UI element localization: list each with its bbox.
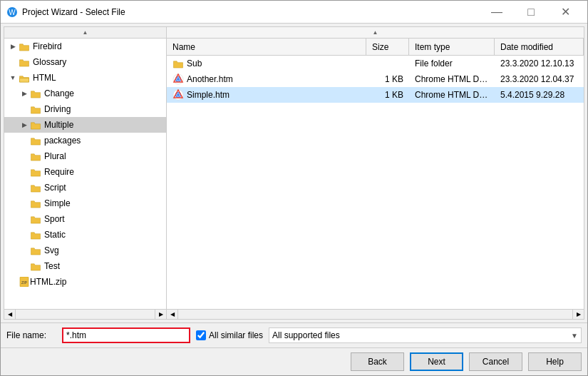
tree-item-plural[interactable]: Plural (4, 148, 166, 164)
file-row-simple[interactable]: Simple.htm 1 KB Chrome HTML Do... 5.4.20… (167, 87, 584, 103)
scroll-up-area: ▲ (4, 27, 166, 39)
spacer (19, 182, 30, 193)
tree-item-sport[interactable]: Sport (4, 211, 166, 227)
spacer (7, 56, 19, 68)
col-header-type[interactable]: Item type (409, 39, 495, 55)
file-type-simple: Chrome HTML Do... (409, 90, 495, 100)
folder-icon-open (19, 73, 30, 83)
folder-icon (19, 58, 30, 67)
filename-label: File name: (6, 330, 56, 340)
left-panel: ▲ ▶ Firebird Glossary (4, 27, 167, 319)
file-list[interactable]: Sub File folder 23.3.2020 12.10.13 (167, 56, 584, 309)
spacer (19, 166, 30, 178)
main-window: W Project Wizard - Select File — □ ✕ ▲ ▶ (0, 0, 588, 376)
tree-item-firebird[interactable]: ▶ Firebird (4, 39, 166, 54)
spacer (19, 229, 30, 240)
tree-item-static[interactable]: Static (4, 227, 166, 243)
scroll-track[interactable] (16, 310, 155, 319)
file-type-another: Chrome HTML Do... (409, 74, 495, 84)
folder-icon (30, 105, 41, 114)
title-bar: W Project Wizard - Select File — □ ✕ (1, 1, 587, 24)
file-size-simple: 1 KB (366, 90, 409, 100)
title-controls: — □ ✕ (480, 1, 582, 23)
scroll-track[interactable] (178, 310, 572, 319)
file-date-sub: 23.3.2020 12.10.13 (495, 59, 584, 68)
chevron-icon: ▼ (7, 72, 19, 83)
scroll-right-button[interactable]: ▶ (155, 310, 166, 319)
tree-label: Require (44, 167, 74, 177)
tree-item-htmlzip[interactable]: ZIP HTML.zip (4, 274, 166, 290)
tree-label: Simple (44, 198, 71, 208)
col-header-name[interactable]: Name (167, 39, 366, 55)
spacer (19, 260, 30, 272)
tree-label: Sport (44, 214, 65, 224)
tree-item-svg[interactable]: Svg (4, 243, 166, 258)
all-similar-checkbox[interactable] (196, 330, 206, 340)
file-row-sub[interactable]: Sub File folder 23.3.2020 12.10.13 (167, 56, 584, 71)
tree-item-simple[interactable]: Simple (4, 195, 166, 211)
folder-icon (30, 262, 41, 271)
back-button[interactable]: Back (351, 352, 404, 371)
spacer (19, 213, 30, 225)
tree-item-script[interactable]: Script (4, 180, 166, 195)
scroll-left-button[interactable]: ◀ (4, 310, 16, 319)
sort-up-area: ▲ (167, 27, 584, 39)
scroll-right-button[interactable]: ▶ (572, 310, 584, 319)
tree-label: HTML.zip (30, 277, 66, 287)
svg-text:W: W (9, 9, 16, 16)
filename-row: File name: All similar files All support… (1, 322, 587, 347)
tree-label: Plural (44, 151, 66, 161)
file-date-simple: 5.4.2015 9.29.28 (495, 90, 584, 100)
filelist-horizontal-scrollbar[interactable]: ◀ ▶ (167, 309, 584, 319)
tree-label: Script (44, 183, 66, 193)
folder-icon (30, 246, 41, 255)
help-button[interactable]: Help (528, 352, 582, 371)
tree-item-change[interactable]: ▶ Change (4, 86, 166, 101)
tree-label: Multiple (44, 120, 73, 130)
folder-icon (30, 121, 41, 130)
file-row-another[interactable]: Another.htm 1 KB Chrome HTML Do... 23.3.… (167, 71, 584, 87)
dropdown-arrow-icon: ▼ (571, 332, 578, 340)
col-header-size[interactable]: Size (366, 39, 409, 55)
chevron-icon: ▶ (7, 41, 19, 52)
tree-horizontal-scrollbar[interactable]: ◀ ▶ (4, 309, 166, 319)
up-arrow-icon: ▲ (373, 29, 378, 36)
tree-label: Driving (44, 104, 71, 114)
minimize-button[interactable]: — (480, 1, 513, 23)
tree-item-html[interactable]: ▼ HTML (4, 70, 166, 86)
next-button[interactable]: Next (410, 352, 463, 371)
file-name-simple: Simple.htm (167, 89, 366, 101)
tree-item-glossary[interactable]: Glossary (4, 54, 166, 70)
right-panel: ▲ Name Size Item type Date modified Sub (167, 27, 584, 319)
svg-point-11 (177, 93, 180, 96)
tree-scroll[interactable]: ▲ ▶ Firebird Glossary (4, 27, 166, 309)
tree-label: Firebird (33, 41, 62, 51)
spacer (19, 151, 30, 162)
tree-item-test[interactable]: Test (4, 258, 166, 274)
filename-input[interactable] (62, 327, 190, 343)
tree-label: Change (44, 88, 74, 98)
scroll-left-button[interactable]: ◀ (167, 310, 178, 319)
file-list-header: Name Size Item type Date modified (167, 39, 584, 56)
tree-item-packages[interactable]: packages (4, 133, 166, 148)
chevron-icon: ▶ (19, 88, 30, 99)
chrome-icon (172, 89, 184, 101)
cancel-button[interactable]: Cancel (469, 352, 522, 371)
tree-item-require[interactable]: Require (4, 164, 166, 180)
chevron-icon: ▶ (19, 119, 30, 131)
folder-icon (30, 152, 41, 161)
maximize-button[interactable]: □ (515, 1, 547, 23)
tree-item-multiple[interactable]: ▶ Multiple (4, 117, 166, 133)
tree-label: Glossary (33, 57, 66, 67)
filetype-dropdown[interactable]: All supported files ▼ (269, 327, 582, 343)
filetype-value: All supported files (272, 330, 340, 340)
spacer (19, 245, 30, 256)
wizard-icon: W (6, 6, 18, 18)
tree-item-driving[interactable]: Driving (4, 101, 166, 117)
col-header-date[interactable]: Date modified (495, 39, 584, 55)
folder-icon (172, 59, 184, 68)
folder-icon (30, 183, 41, 193)
close-button[interactable]: ✕ (549, 1, 582, 23)
spacer (19, 103, 30, 115)
tree-label: packages (44, 136, 81, 146)
